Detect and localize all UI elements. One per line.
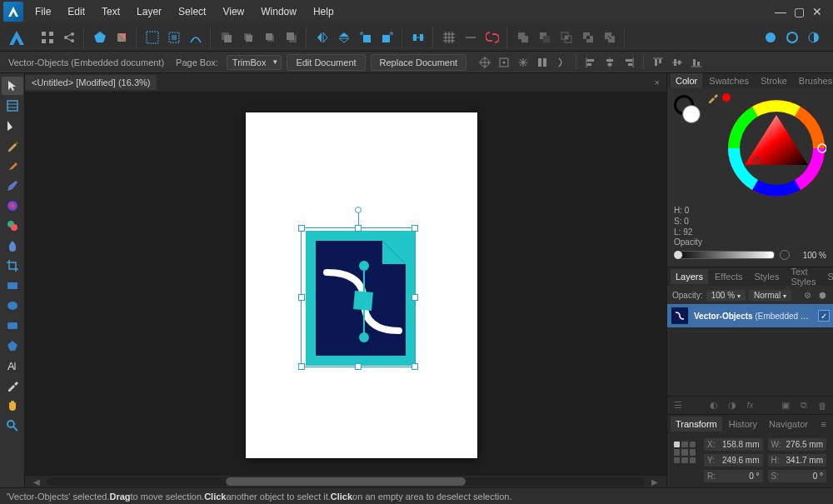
stock-tab[interactable]: Stock bbox=[822, 269, 833, 284]
transform-tab[interactable]: Transform bbox=[671, 417, 722, 432]
align-group-button[interactable] bbox=[409, 28, 427, 47]
horizontal-scrollbar[interactable]: ◀ ▶ bbox=[25, 476, 666, 487]
eyedropper-tool[interactable] bbox=[2, 377, 23, 395]
menu-layer[interactable]: Layer bbox=[128, 2, 170, 21]
transform-s-field[interactable]: S:0 ° bbox=[768, 470, 827, 482]
menu-view[interactable]: View bbox=[214, 2, 252, 21]
order-back-button[interactable] bbox=[217, 28, 236, 47]
shape-swap-button[interactable] bbox=[112, 28, 131, 47]
menu-file[interactable]: File bbox=[27, 2, 59, 21]
transform-x-field[interactable]: X:158.8 mm bbox=[704, 438, 763, 451]
align-bottom-icon[interactable] bbox=[688, 54, 705, 71]
rounded-rect-tool[interactable] bbox=[2, 317, 23, 335]
menu-edit[interactable]: Edit bbox=[59, 2, 93, 21]
transform-r-field[interactable]: R:0 ° bbox=[704, 470, 763, 482]
boolean-divide-button[interactable] bbox=[601, 28, 619, 47]
lock-icon[interactable]: ⬢ bbox=[816, 289, 828, 301]
menu-help[interactable]: Help bbox=[305, 2, 342, 21]
brush-tool[interactable] bbox=[2, 157, 23, 175]
snapping-lock-button[interactable] bbox=[461, 28, 480, 47]
shape-pentagon-button[interactable] bbox=[91, 28, 109, 47]
zoom-tool[interactable] bbox=[2, 417, 23, 435]
move-tool[interactable] bbox=[2, 77, 23, 95]
add-group-icon[interactable]: ⧉ bbox=[798, 400, 810, 411]
corner-round-button[interactable] bbox=[761, 28, 780, 47]
transparency-tool[interactable] bbox=[2, 237, 23, 255]
color-tab[interactable]: Color bbox=[671, 73, 702, 88]
effects-tab[interactable]: Effects bbox=[710, 269, 747, 284]
transform-w-field[interactable]: W:276.5 mm bbox=[768, 438, 827, 451]
grid-toggle-button[interactable] bbox=[38, 28, 57, 47]
order-forward-button[interactable] bbox=[261, 28, 279, 47]
pagebox-select[interactable]: TrimBox bbox=[227, 55, 282, 70]
canvas-viewport[interactable] bbox=[25, 92, 666, 476]
share-button[interactable] bbox=[60, 28, 78, 47]
color-wheel[interactable] bbox=[726, 98, 826, 198]
hand-tool[interactable] bbox=[2, 397, 23, 415]
rectangle-tool[interactable] bbox=[2, 277, 23, 295]
align-bounds-button[interactable] bbox=[165, 28, 183, 47]
node-tool[interactable] bbox=[2, 117, 23, 135]
blend-mode-select[interactable]: Normal bbox=[749, 290, 791, 301]
opacity-knob-icon[interactable] bbox=[780, 250, 790, 260]
gradient-tool[interactable] bbox=[2, 217, 23, 235]
history-tab[interactable]: History bbox=[724, 417, 762, 432]
order-backward-button[interactable] bbox=[239, 28, 257, 47]
navigator-tab[interactable]: Navigator bbox=[764, 417, 813, 432]
pen-tool[interactable] bbox=[2, 137, 23, 155]
anchor-widget[interactable] bbox=[674, 442, 696, 463]
layer-visible-checkbox[interactable]: ✓ bbox=[818, 310, 830, 322]
maximize-button[interactable]: ▢ bbox=[793, 6, 805, 17]
styles-tab[interactable]: Styles bbox=[749, 269, 784, 284]
eyedropper-icon[interactable] bbox=[707, 92, 719, 105]
ellipse-tool[interactable] bbox=[2, 297, 23, 315]
align-hcenter-icon[interactable] bbox=[601, 54, 618, 71]
boolean-subtract-button[interactable] bbox=[536, 28, 554, 47]
delete-layer-icon[interactable]: 🗑 bbox=[816, 401, 828, 411]
align-left-icon[interactable] bbox=[582, 54, 599, 71]
ctx-snap-3-icon[interactable] bbox=[515, 54, 531, 71]
corner-chamfer-button[interactable] bbox=[783, 28, 801, 47]
mask-icon[interactable]: ◐ bbox=[708, 400, 720, 411]
artboard-tool[interactable] bbox=[2, 97, 23, 115]
add-layer-icon[interactable]: ▣ bbox=[780, 400, 791, 411]
stroke-tab[interactable]: Stroke bbox=[756, 73, 792, 88]
flip-vertical-button[interactable] bbox=[335, 28, 353, 47]
menu-select[interactable]: Select bbox=[170, 2, 214, 21]
ctx-snap-5-icon[interactable] bbox=[553, 54, 570, 71]
transform-y-field[interactable]: Y:249.6 mm bbox=[704, 454, 763, 467]
align-nodes-button[interactable] bbox=[187, 28, 205, 47]
document-tab[interactable]: <Untitled> [Modified] (16.3%) bbox=[25, 75, 157, 90]
rotate-cw-button[interactable] bbox=[378, 28, 397, 47]
align-right-icon[interactable] bbox=[621, 54, 637, 71]
ctx-snap-1-icon[interactable] bbox=[476, 54, 493, 71]
align-top-icon[interactable] bbox=[650, 54, 666, 71]
snapping-grid-button[interactable] bbox=[440, 28, 458, 47]
pencil-tool[interactable] bbox=[2, 177, 23, 195]
rotate-ccw-button[interactable] bbox=[357, 28, 375, 47]
document-tab-close[interactable]: × bbox=[648, 77, 666, 87]
close-button[interactable]: ✕ bbox=[811, 6, 823, 17]
polygon-tool[interactable] bbox=[2, 337, 23, 355]
replace-document-button[interactable]: Replace Document bbox=[371, 54, 467, 71]
text-tool[interactable]: A bbox=[2, 357, 23, 375]
swatches-tab[interactable]: Swatches bbox=[704, 73, 754, 88]
align-selection-button[interactable] bbox=[143, 28, 162, 47]
brushes-tab[interactable]: Brushes bbox=[794, 73, 833, 88]
adjust-icon[interactable]: ◑ bbox=[726, 400, 738, 411]
menu-text[interactable]: Text bbox=[93, 2, 128, 21]
opacity-slider[interactable] bbox=[674, 251, 775, 259]
edit-document-button[interactable]: Edit Document bbox=[287, 54, 365, 71]
layers-stack-icon[interactable]: ☰ bbox=[672, 400, 684, 411]
transform-panel-menu-icon[interactable]: ≡ bbox=[818, 419, 830, 429]
gear-icon[interactable]: ⚙ bbox=[801, 289, 813, 301]
fx-icon[interactable]: fx bbox=[745, 401, 756, 410]
boolean-intersect-button[interactable] bbox=[557, 28, 576, 47]
ctx-snap-4-icon[interactable] bbox=[534, 54, 551, 71]
flip-horizontal-button[interactable] bbox=[313, 28, 332, 47]
ctx-snap-2-icon[interactable] bbox=[496, 54, 512, 71]
corner-concave-button[interactable] bbox=[805, 28, 823, 47]
menu-window[interactable]: Window bbox=[252, 2, 305, 21]
minimize-button[interactable]: — bbox=[775, 6, 786, 17]
boolean-xor-button[interactable] bbox=[579, 28, 597, 47]
